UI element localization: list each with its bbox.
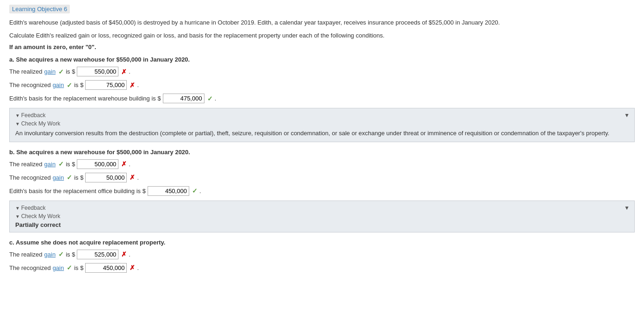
section-c-recognized-is-label: is $ [74, 264, 83, 271]
section-a-label: a. She acquires a new warehouse for $550… [9, 56, 635, 63]
section-b-feedback-chevron: ▼ [624, 205, 630, 211]
section-b-basis-input[interactable] [148, 186, 189, 196]
section-b-is-label: is $ [66, 161, 75, 168]
section-b-realized-input[interactable] [77, 159, 118, 169]
section-a-basis-label: Edith's basis for the replacement wareho… [9, 95, 161, 102]
section-a: a. She acquires a new warehouse for $550… [9, 56, 635, 142]
section-b-recognized-label: The recognized [9, 174, 51, 181]
section-a-realized-dot: . [129, 68, 130, 75]
section-b-recognized-is-label: is $ [74, 174, 83, 181]
section-b-realized-label: The realized [9, 161, 43, 168]
section-c-recognized-gain-link[interactable]: gain [53, 264, 64, 271]
section-b-recognized-row: The recognized gain ✓ is $ ✗ . [9, 173, 635, 182]
section-c-realized-input[interactable] [77, 250, 118, 259]
section-a-recognized-check: ✓ [67, 82, 72, 89]
section-c-realized-row: The realized gain ✓ is $ ✗ . [9, 250, 635, 259]
section-b-basis-label: Edith's basis for the replacement office… [9, 188, 146, 194]
section-a-recognized-row: The recognized gain ✓ is $ ✗ . [9, 80, 635, 90]
section-b-realized-dot: . [129, 161, 130, 168]
section-c-recognized-dot: . [137, 264, 139, 271]
section-b-gain-link[interactable]: gain [44, 161, 56, 168]
section-b-basis-check: ✓ [192, 187, 198, 194]
section-a-basis-check: ✓ [207, 95, 213, 102]
section-c-letter: c. [9, 239, 14, 246]
section-a-basis-input[interactable] [163, 94, 204, 103]
section-a-basis-row: Edith's basis for the replacement wareho… [9, 94, 635, 103]
section-c-recognized-input[interactable] [85, 263, 127, 273]
section-a-realized-row: The realized gain ✓ is $ ✗ . [9, 67, 635, 76]
section-a-feedback-box: ▼ Feedback Check My Work An involuntary … [9, 108, 635, 142]
section-a-realized-label: The realized [9, 68, 43, 75]
section-b-label: b. She acquires a new warehouse for $500… [9, 149, 635, 156]
section-b-description: She acquires a new warehouse for $500,00… [16, 149, 190, 156]
section-c-recognized-check: ✓ [67, 264, 72, 271]
section-b-recognized-check: ✓ [67, 174, 72, 181]
section-c-gain-check: ✓ [58, 251, 64, 258]
section-b-check-my-work-title: Check My Work [15, 213, 629, 219]
intro-text-2: Calculate Edith's realized gain or loss,… [9, 31, 635, 40]
section-b-basis-row: Edith's basis for the replacement office… [9, 186, 635, 196]
section-a-basis-dot: . [215, 95, 217, 102]
section-a-recognized-x: ✗ [130, 82, 135, 89]
section-c-is-label: is $ [66, 251, 75, 258]
section-a-feedback-chevron: ▼ [624, 112, 630, 119]
section-b-recognized-input[interactable] [85, 173, 127, 182]
section-c-realized-x: ✗ [121, 251, 127, 258]
section-b: b. She acquires a new warehouse for $500… [9, 149, 635, 232]
section-b-letter: b. [9, 149, 15, 156]
section-c-recognized-x: ✗ [130, 264, 135, 271]
section-a-gain-check: ✓ [58, 68, 64, 75]
section-a-desc-text: She acquires a new warehouse for $550,00… [16, 56, 190, 63]
section-c-description: Assume she does not acquire replacement … [16, 239, 165, 246]
section-a-realized-input[interactable] [77, 67, 118, 76]
section-b-recognized-dot: . [137, 174, 139, 181]
section-a-recognized-gain-link[interactable]: gain [53, 82, 64, 88]
section-c-realized-dot: . [129, 251, 130, 258]
section-c-gain-link[interactable]: gain [44, 251, 56, 258]
section-a-recognized-dot: . [137, 82, 139, 88]
section-a-is-label: is $ [66, 68, 75, 75]
section-b-feedback-status: Partially correct [15, 221, 629, 228]
section-b-recognized-x: ✗ [130, 174, 135, 181]
section-b-gain-check: ✓ [58, 160, 64, 168]
section-a-recognized-label: The recognized [9, 82, 51, 88]
zero-instruction: If an amount is zero, enter "0". [9, 44, 635, 50]
section-a-recognized-is-label: is $ [74, 82, 83, 88]
section-b-basis-dot: . [199, 188, 201, 194]
section-b-realized-x: ✗ [121, 160, 127, 168]
section-c: c. Assume she does not acquire replaceme… [9, 239, 635, 273]
section-a-feedback-title: Feedback [15, 112, 629, 119]
section-a-feedback-text: An involuntary conversion results from t… [15, 129, 629, 138]
section-b-realized-row: The realized gain ✓ is $ ✗ . [9, 159, 635, 169]
section-a-realized-x: ✗ [121, 68, 127, 75]
section-a-letter: a. [9, 56, 14, 63]
section-b-recognized-gain-link[interactable]: gain [53, 174, 64, 181]
learning-objective-link[interactable]: Learning Objective 6 [9, 5, 70, 13]
section-b-feedback-box: ▼ Feedback Check My Work Partially corre… [9, 201, 635, 232]
intro-text-1: Edith's warehouse (adjusted basis of $45… [9, 18, 635, 27]
section-c-label: c. Assume she does not acquire replaceme… [9, 239, 635, 246]
section-c-recognized-row: The recognized gain ✓ is $ ✗ . [9, 263, 635, 273]
section-a-recognized-input[interactable] [85, 80, 127, 90]
section-b-feedback-title: Feedback [15, 205, 629, 211]
section-a-gain-link[interactable]: gain [44, 68, 56, 75]
section-a-check-my-work-title: Check My Work [15, 120, 629, 127]
section-c-realized-label: The realized [9, 251, 43, 258]
section-c-recognized-label: The recognized [9, 264, 51, 271]
